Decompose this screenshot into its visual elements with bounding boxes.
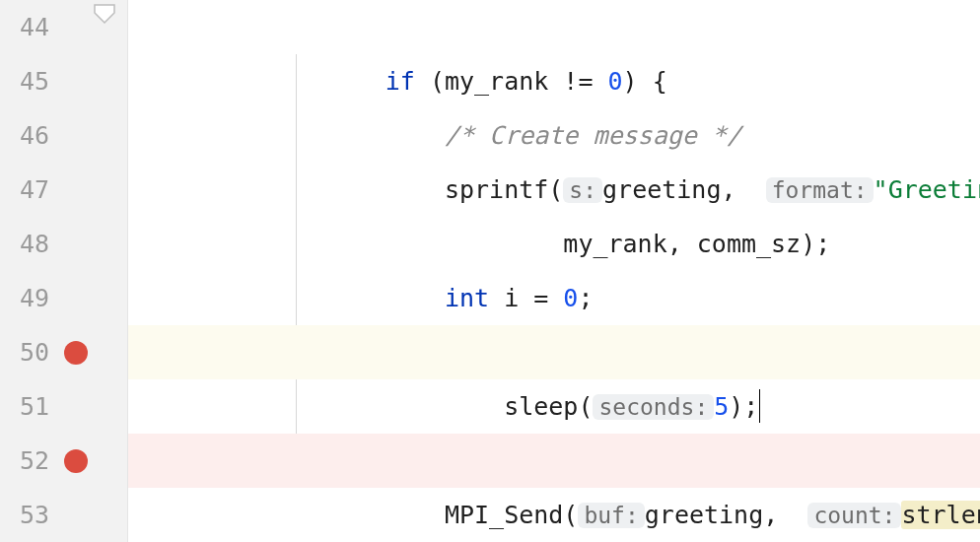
breakpoint-icon [64, 449, 88, 473]
line-number[interactable]: 53 [0, 488, 57, 542]
code-area[interactable]: if (my_rank != 0) { /* Create message */… [128, 0, 980, 542]
line-number[interactable]: 44 [0, 0, 57, 54]
code-line[interactable]: /* Create message */ [128, 54, 980, 108]
line-number[interactable]: 47 [0, 163, 57, 217]
gutter: 44 45 46 47 48 49 50 51 52 53 [0, 0, 128, 542]
code-line[interactable]: sprintf(s:greeting, format:"Greetin [128, 108, 980, 163]
line-number[interactable]: 48 [0, 217, 57, 271]
code-editor: 44 45 46 47 48 49 50 51 52 53 if (my_ran… [0, 0, 980, 542]
line-number[interactable]: 51 [0, 379, 57, 434]
fold-marker-icon[interactable] [91, 2, 118, 24]
breakpoint-marker[interactable] [61, 325, 91, 379]
code-line[interactable]: my_rank, comm_sz); [128, 163, 980, 217]
code-line[interactable]: while (!i) [128, 271, 980, 325]
breakpoint-marker[interactable] [61, 434, 91, 488]
code-line-breakpoint[interactable]: MPI_Send(buf:greeting, count:strlen [128, 434, 980, 488]
code-line[interactable]: int i = 0; [128, 217, 980, 271]
code-line[interactable]: comm:MPI_COMM_WORLD); [128, 488, 980, 542]
line-number[interactable]: 45 [0, 54, 57, 108]
line-number[interactable]: 46 [0, 108, 57, 163]
line-number[interactable]: 49 [0, 271, 57, 325]
line-number[interactable]: 50 [0, 325, 57, 379]
line-number[interactable]: 52 [0, 434, 57, 488]
code-line[interactable]: if (my_rank != 0) { [128, 0, 980, 54]
code-line[interactable]: /* Send message to process 0 */ [128, 379, 980, 434]
code-line-breakpoint[interactable]: sleep(seconds:5); [128, 325, 980, 379]
breakpoint-icon [64, 341, 88, 365]
